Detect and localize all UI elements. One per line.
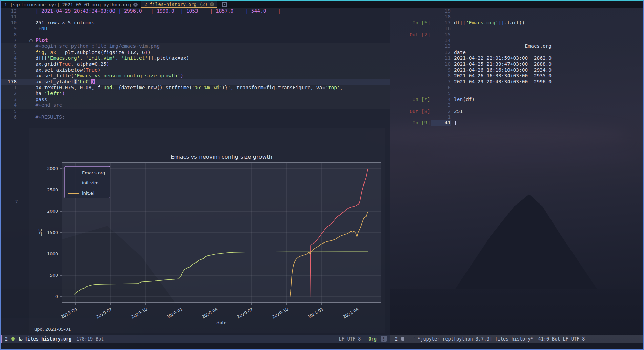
org-code-line[interactable]: 11 [1, 14, 390, 20]
code-segment: ax.set_ylabel [29, 79, 74, 84]
code-segment: True [59, 61, 71, 67]
repl-in-prompt [390, 8, 430, 14]
org-buffer-window[interactable]: 12 | 2021-04-29 20:43:34+03:00 | 2996.0 … [1, 8, 390, 335]
org-code-line[interactable]: 10 251 rows × 5 columns [1, 20, 390, 26]
code-segment: 'LoC' [77, 79, 92, 84]
org-code-line[interactable]: 2 ax.set_axisbelow(True) [1, 67, 390, 73]
org-code-line[interactable]: 178 ax.set_ylabel('LoC') [1, 79, 390, 85]
repl-rows: 1918In [*]17df[['Emacs.org']].tail()16Ou… [390, 8, 643, 126]
line-number: 13 [431, 43, 451, 49]
svg-text:init.el: init.el [82, 191, 94, 196]
buffer-name[interactable]: *jupyter-repl[python 3.7.9]-files-histor… [418, 336, 533, 342]
major-mode[interactable]: Org [368, 336, 376, 342]
repl-line[interactable]: 5 [390, 91, 643, 96]
line-text: | 2021-04-29 20:43:34+03:00 | 2996.0 | 1… [29, 8, 281, 14]
svg-text:0: 0 [55, 294, 58, 299]
line-number: 4 [431, 97, 451, 102]
repl-line[interactable]: Out [7]15 [390, 32, 643, 38]
org-code-line[interactable]: 1 ax.set_title('Emacs vs neovim config s… [1, 73, 390, 79]
echo-area[interactable] [1, 343, 643, 349]
code-segment: , [115, 55, 121, 61]
org-code-line[interactable]: 3 ax.grid(True, alpha=0.25) [1, 61, 390, 67]
repl-line[interactable]: 18 [390, 14, 643, 20]
repl-line[interactable]: 1 [390, 114, 643, 120]
repl-line[interactable]: 6 [390, 85, 643, 91]
org-code-line[interactable]: 12 | 2021-04-29 20:43:34+03:00 | 2996.0 … [1, 8, 390, 14]
repl-line[interactable]: In [*]17df[['Emacs.org']].tail() [390, 20, 643, 26]
line-number: 1 [431, 114, 451, 120]
repl-in-prompt [390, 102, 430, 108]
svg-text:1000: 1000 [47, 251, 58, 256]
code-segment: "%Y-%m-%d" [192, 85, 222, 90]
repl-line[interactable]: In [*]4len(df) [390, 97, 643, 102]
repl-in-prompt [390, 50, 430, 55]
repl-line[interactable]: 92021-04-26 16:16:10+03:00 2934.0 [390, 67, 643, 73]
encoding-indicator: UTF-8 [571, 336, 585, 342]
org-code-line[interactable]: 4 df[['Emacs.org', 'init.vim', 'init.el'… [1, 55, 390, 61]
line-number: 10 [1, 20, 17, 26]
buffer-name[interactable]: files-history.org [25, 336, 71, 342]
org-code-line[interactable]: 8 [1, 32, 390, 38]
line-text: Emacs.org [454, 43, 552, 49]
modeline-right: 2 *jupyter-repl[python 3.7.9]-files-hist… [390, 335, 643, 343]
line-number: 6 [431, 85, 451, 91]
code-segment: 2021-04-26 16:16:10+03:00 2934.0 [454, 67, 552, 73]
repl-line[interactable]: 102021-04-25 21:39:47+03:00 2888.0 [390, 61, 643, 67]
org-code-line[interactable]: 5 [1, 109, 390, 114]
line-text: ax.set_ylabel('LoC') [29, 79, 95, 85]
repl-line[interactable]: 3 [390, 102, 643, 108]
tab-org-python[interactable]: 1 [sqrtminusone.xyz] 2021-05-01-org-pyth… [1, 1, 141, 8]
org-code-line[interactable]: 5 fig, ax = plt.subplots(figsize=(12, 6)… [1, 50, 390, 55]
new-tab-icon[interactable] [222, 2, 227, 7]
org-code-line[interactable]: 9 :END: [1, 26, 390, 32]
svg-text:date: date [216, 320, 226, 325]
svg-text:Emacs.org: Emacs.org [82, 170, 105, 175]
code-segment: {datetime.now().strftime( [118, 85, 192, 90]
line-number: 5 [431, 91, 451, 96]
org-code-line[interactable]: 2 ha='left') [1, 91, 390, 96]
code-segment: 251 rows × 5 columns [29, 20, 95, 25]
code-segment: Emacs.org [454, 43, 552, 49]
repl-line[interactable]: Out [8]2251 [390, 109, 643, 114]
repl-line[interactable]: In [9]41 [390, 120, 643, 126]
org-code-line[interactable]: 7◯ Plot [1, 38, 390, 43]
line-text: 2021-04-26 16:33:34+03:00 2935.0 [454, 73, 552, 79]
code-segment: date [454, 50, 466, 55]
org-code-line[interactable]: 3 pass [1, 97, 390, 102]
repl-line[interactable]: 14 [390, 38, 643, 43]
code-segment: fig [35, 50, 44, 55]
repl-line[interactable]: 16 [390, 26, 643, 32]
repl-line[interactable]: 72021-04-29 20:43:34+03:00 2996.0 [390, 79, 643, 85]
line-text: ha='left') [29, 91, 65, 96]
encoding-indicator: UTF-8 [347, 336, 361, 342]
repl-in-prompt [390, 61, 430, 67]
line-number: 178 [1, 79, 17, 85]
line-number: 10 [431, 61, 451, 67]
tab-close-icon[interactable]: × [133, 3, 138, 7]
repl-line[interactable]: 82021-04-26 16:33:34+03:00 2935.0 [390, 73, 643, 79]
repl-line[interactable]: 19 [390, 8, 643, 14]
line-text: ax.set_axisbelow(True) [29, 67, 101, 73]
repl-line[interactable]: 112021-04-22 22:01:59+03:00 2862.0 [390, 55, 643, 61]
code-segment: 'init.vim' [86, 55, 115, 61]
org-code-line[interactable]: 1 ax.text(0.075, 0.08, f'upd. {datetime.… [1, 85, 390, 91]
line-number: 12 [1, 8, 17, 14]
repl-in-prompt [390, 14, 430, 20]
line-text: df[['Emacs.org', 'init.vim', 'init.el']]… [29, 55, 189, 61]
line-text: date [454, 50, 466, 55]
org-code-line[interactable]: 6 #+RESULTS: [1, 114, 390, 120]
org-code-line[interactable]: 6 #+begin_src python :file img/emacs-vim… [1, 43, 390, 49]
repl-line[interactable]: 13 Emacs.org [390, 43, 643, 49]
svg-text:2500: 2500 [47, 187, 58, 192]
code-segment: 'Emacs.org' [466, 20, 498, 25]
emacs-frame: 1 [sqrtminusone.xyz] 2021-05-01-org-pyth… [0, 0, 644, 350]
org-code-line[interactable]: 4 #+end_src [1, 102, 390, 108]
flycheck-badge[interactable]: ! [381, 336, 387, 342]
jupyter-repl-window[interactable]: 1918In [*]17df[['Emacs.org']].tail()16Ou… [390, 8, 643, 335]
repl-line[interactable]: 12date [390, 50, 643, 55]
line-number: 8 [1, 32, 17, 38]
window-divider[interactable] [390, 8, 390, 343]
tab-files-history[interactable]: 2 files-history.org (2) × [141, 1, 217, 8]
code-segment: 2021-04-25 21:39:47+03:00 2888.0 [454, 61, 552, 67]
tab-close-icon[interactable]: × [210, 2, 214, 6]
